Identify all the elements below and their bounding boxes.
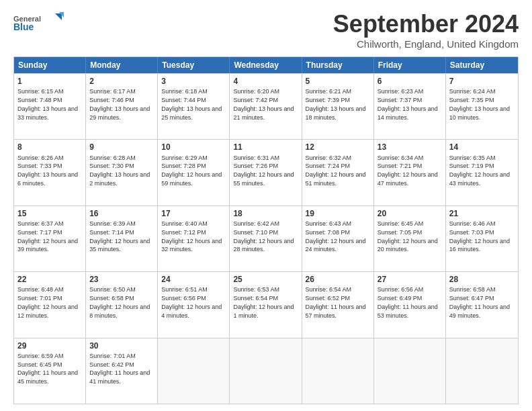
sunset-text: Sunset: 6:58 PM	[89, 295, 134, 302]
day-number: 21	[449, 208, 515, 219]
daylight-text: Daylight: 12 hours and 59 minutes.	[161, 171, 222, 187]
day-cell-empty	[302, 338, 374, 404]
logo-icon: General Blue	[13, 12, 64, 32]
day-number: 10	[161, 142, 226, 152]
sunset-text: Sunset: 7:19 PM	[449, 163, 494, 169]
day-cell-29: 29 Sunrise: 6:59 AM Sunset: 6:45 PM Dayl…	[14, 338, 86, 404]
week-row-1: 1 Sunrise: 6:15 AM Sunset: 7:48 PM Dayli…	[14, 73, 518, 139]
calendar-body: 1 Sunrise: 6:15 AM Sunset: 7:48 PM Dayli…	[14, 73, 518, 404]
sunrise-text: Sunrise: 6:54 AM	[306, 286, 352, 293]
sunrise-text: Sunrise: 6:34 AM	[378, 154, 424, 161]
day-number: 18	[233, 208, 298, 219]
day-number: 23	[89, 274, 154, 285]
sunset-text: Sunset: 7:26 PM	[233, 163, 278, 169]
sunrise-text: Sunrise: 6:32 AM	[306, 154, 352, 161]
day-number: 4	[233, 76, 298, 87]
day-cell-empty	[374, 338, 446, 404]
calendar: Sunday Monday Tuesday Wednesday Thursday…	[13, 56, 519, 404]
sunset-text: Sunset: 7:39 PM	[306, 97, 351, 103]
day-number: 26	[306, 274, 370, 285]
daylight-text: Daylight: 13 hours and 14 minutes.	[378, 105, 438, 121]
sunset-text: Sunset: 6:42 PM	[89, 361, 134, 368]
week-row-5: 29 Sunrise: 6:59 AM Sunset: 6:45 PM Dayl…	[14, 338, 518, 404]
sunrise-text: Sunrise: 6:31 AM	[233, 154, 279, 161]
daylight-text: Daylight: 13 hours and 18 minutes.	[306, 105, 366, 121]
day-cell-28: 28 Sunrise: 6:58 AM Sunset: 6:47 PM Dayl…	[446, 272, 518, 337]
daylight-text: Daylight: 11 hours and 45 minutes.	[17, 369, 78, 385]
daylight-text: Daylight: 13 hours and 21 minutes.	[233, 105, 294, 121]
day-cell-6: 6 Sunrise: 6:23 AM Sunset: 7:37 PM Dayli…	[374, 74, 446, 139]
sunrise-text: Sunrise: 6:40 AM	[161, 220, 208, 227]
day-cell-empty	[446, 338, 518, 404]
sunrise-text: Sunrise: 6:20 AM	[233, 88, 279, 95]
sunrise-text: Sunrise: 6:43 AM	[306, 220, 352, 227]
sunrise-text: Sunrise: 6:24 AM	[449, 88, 496, 95]
day-number: 20	[378, 208, 442, 219]
sunset-text: Sunset: 7:21 PM	[378, 163, 423, 169]
sunrise-text: Sunrise: 6:53 AM	[233, 286, 279, 293]
day-cell-15: 15 Sunrise: 6:37 AM Sunset: 7:17 PM Dayl…	[14, 206, 86, 271]
sunset-text: Sunset: 7:05 PM	[378, 229, 423, 236]
day-cell-12: 12 Sunrise: 6:32 AM Sunset: 7:24 PM Dayl…	[302, 140, 374, 205]
sunrise-text: Sunrise: 6:51 AM	[161, 286, 208, 293]
sunset-text: Sunset: 7:01 PM	[17, 295, 62, 302]
day-number: 8	[17, 142, 82, 152]
week-row-3: 15 Sunrise: 6:37 AM Sunset: 7:17 PM Dayl…	[14, 205, 518, 271]
day-number: 28	[449, 274, 515, 285]
location: Chilworth, England, United Kingdom	[333, 38, 519, 50]
sunset-text: Sunset: 7:03 PM	[449, 229, 494, 236]
sunrise-text: Sunrise: 6:37 AM	[17, 220, 64, 227]
sunset-text: Sunset: 6:52 PM	[306, 295, 351, 302]
sunrise-text: Sunrise: 6:42 AM	[233, 220, 279, 227]
daylight-text: Daylight: 11 hours and 57 minutes.	[306, 304, 366, 319]
week-row-2: 8 Sunrise: 6:26 AM Sunset: 7:33 PM Dayli…	[14, 139, 518, 205]
header-thursday: Thursday	[302, 57, 374, 73]
sunrise-text: Sunrise: 6:58 AM	[449, 286, 496, 293]
daylight-text: Daylight: 12 hours and 20 minutes.	[378, 238, 438, 253]
sunrise-text: Sunrise: 6:21 AM	[306, 88, 352, 95]
day-cell-17: 17 Sunrise: 6:40 AM Sunset: 7:12 PM Dayl…	[158, 206, 230, 271]
day-cell-4: 4 Sunrise: 6:20 AM Sunset: 7:42 PM Dayli…	[230, 74, 302, 139]
sunset-text: Sunset: 7:08 PM	[306, 229, 351, 236]
sunrise-text: Sunrise: 6:59 AM	[17, 353, 64, 359]
daylight-text: Daylight: 12 hours and 12 minutes.	[17, 304, 78, 319]
sunset-text: Sunset: 6:54 PM	[233, 295, 278, 302]
daylight-text: Daylight: 13 hours and 10 minutes.	[449, 105, 510, 121]
day-number: 24	[161, 274, 226, 285]
header-sunday: Sunday	[14, 57, 86, 73]
daylight-text: Daylight: 12 hours and 4 minutes.	[161, 304, 222, 319]
day-cell-24: 24 Sunrise: 6:51 AM Sunset: 6:56 PM Dayl…	[158, 272, 230, 337]
sunset-text: Sunset: 7:37 PM	[378, 97, 423, 103]
daylight-text: Daylight: 12 hours and 1 minute.	[233, 304, 294, 319]
sunset-text: Sunset: 7:46 PM	[89, 97, 134, 103]
sunrise-text: Sunrise: 6:46 AM	[449, 220, 496, 227]
day-number: 1	[17, 76, 82, 87]
day-number: 15	[17, 208, 82, 219]
sunset-text: Sunset: 7:30 PM	[89, 163, 134, 169]
daylight-text: Daylight: 12 hours and 8 minutes.	[89, 304, 150, 319]
sunset-text: Sunset: 7:24 PM	[306, 163, 351, 169]
svg-marker-2	[55, 13, 62, 20]
day-cell-3: 3 Sunrise: 6:18 AM Sunset: 7:44 PM Dayli…	[158, 74, 230, 139]
sunrise-text: Sunrise: 7:01 AM	[89, 353, 136, 359]
daylight-text: Daylight: 12 hours and 35 minutes.	[89, 238, 150, 253]
day-cell-16: 16 Sunrise: 6:39 AM Sunset: 7:14 PM Dayl…	[86, 206, 158, 271]
sunset-text: Sunset: 6:47 PM	[449, 295, 494, 302]
sunrise-text: Sunrise: 6:45 AM	[378, 220, 424, 227]
header-tuesday: Tuesday	[158, 57, 230, 73]
day-number: 5	[306, 76, 370, 87]
logo: General Blue	[13, 12, 65, 32]
day-number: 13	[378, 142, 442, 152]
day-cell-11: 11 Sunrise: 6:31 AM Sunset: 7:26 PM Dayl…	[230, 140, 302, 205]
header-wednesday: Wednesday	[230, 57, 302, 73]
sunrise-text: Sunrise: 6:15 AM	[17, 88, 64, 95]
day-number: 27	[378, 274, 442, 285]
daylight-text: Daylight: 11 hours and 53 minutes.	[378, 304, 438, 319]
day-cell-18: 18 Sunrise: 6:42 AM Sunset: 7:10 PM Dayl…	[230, 206, 302, 271]
day-number: 16	[89, 208, 154, 219]
day-cell-27: 27 Sunrise: 6:56 AM Sunset: 6:49 PM Dayl…	[374, 272, 446, 337]
daylight-text: Daylight: 11 hours and 41 minutes.	[89, 369, 150, 385]
daylight-text: Daylight: 12 hours and 39 minutes.	[17, 238, 78, 253]
day-cell-empty	[158, 338, 230, 404]
day-cell-empty	[230, 338, 302, 404]
